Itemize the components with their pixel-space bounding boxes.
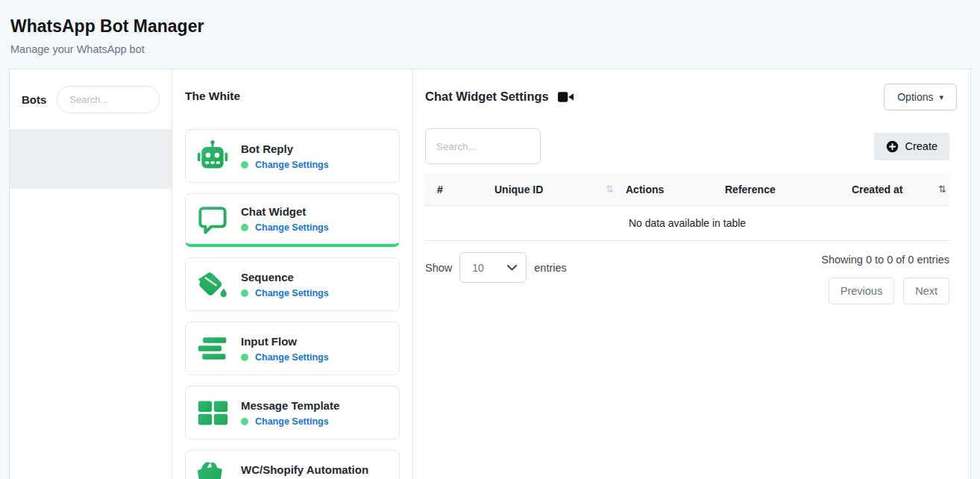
- page-size-select[interactable]: 10: [459, 252, 527, 283]
- show-label: Show: [425, 262, 452, 274]
- chevron-down-icon: [507, 265, 517, 271]
- chat-bubble-icon: [196, 203, 229, 236]
- change-settings-link[interactable]: Change Settings: [255, 160, 329, 170]
- status-dot-icon: [241, 161, 248, 169]
- change-settings-link[interactable]: Change Settings: [255, 288, 329, 298]
- column-header-actions[interactable]: Actions: [614, 184, 713, 195]
- table-search-input[interactable]: [425, 128, 541, 164]
- feature-card-input-flow[interactable]: Input Flow Change Settings: [185, 322, 400, 375]
- entries-label: entries: [534, 262, 567, 274]
- page-size-value: 10: [472, 262, 484, 274]
- robot-icon: [196, 140, 229, 172]
- create-button-label: Create: [905, 140, 937, 152]
- status-dot-icon: [241, 354, 248, 361]
- status-dot-icon: [241, 418, 248, 425]
- caret-down-icon: ▾: [939, 93, 943, 102]
- settings-heading: Chat Widget Settings: [425, 90, 549, 104]
- options-button[interactable]: Options ▾: [884, 84, 957, 110]
- video-camera-icon[interactable]: [558, 91, 574, 103]
- shopify-bag-icon: [196, 460, 229, 479]
- page-subtitle: Manage your WhatsApp bot: [10, 43, 970, 55]
- page-header: WhatsApp Bot Manager Manage your WhatsAp…: [0, 0, 980, 69]
- table-header-row: # Unique ID ⇅ Actions Reference Created …: [425, 173, 949, 206]
- grid-icon: [196, 396, 229, 429]
- create-button[interactable]: Create: [874, 133, 949, 160]
- status-dot-icon: [241, 289, 248, 297]
- page-title: WhatsApp Bot Manager: [10, 16, 970, 37]
- settings-panel: Chat Widget Settings Options ▾: [413, 69, 970, 479]
- column-header-reference[interactable]: Reference: [713, 184, 840, 195]
- feature-title: Message Template: [241, 399, 339, 412]
- chat-widget-table: # Unique ID ⇅ Actions Reference Created …: [425, 173, 949, 241]
- plus-circle-icon: [886, 140, 899, 153]
- bars-staggered-icon: [196, 332, 229, 365]
- feature-title: WC/Shopify Automation: [241, 463, 368, 476]
- fill-drip-icon: [196, 268, 229, 301]
- change-settings-link[interactable]: Change Settings: [255, 222, 329, 233]
- column-header-created-at[interactable]: Created at ⇅: [840, 184, 949, 195]
- change-settings-link[interactable]: Change Settings: [255, 416, 329, 427]
- bots-sidebar: Bots: [10, 69, 172, 479]
- feature-title: Sequence: [241, 271, 329, 284]
- options-button-label: Options: [897, 91, 933, 103]
- feature-card-sequence[interactable]: Sequence Change Settings: [185, 257, 400, 311]
- bots-header: Bots: [10, 69, 172, 129]
- selected-bot-name: The White: [185, 90, 400, 103]
- status-dot-icon: [241, 224, 248, 231]
- sort-icon[interactable]: ⇅: [606, 184, 614, 195]
- feature-title: Chat Widget: [241, 205, 329, 218]
- bots-search-input[interactable]: [57, 86, 160, 113]
- feature-card-wc-shopify-automation[interactable]: WC/Shopify Automation Change Settings: [185, 450, 400, 479]
- next-button[interactable]: Next: [903, 278, 949, 304]
- feature-card-bot-reply[interactable]: Bot Reply Change Settings: [185, 129, 400, 183]
- features-column: The White Bot Reply: [172, 69, 413, 479]
- bots-heading: Bots: [22, 93, 46, 106]
- feature-title: Input Flow: [241, 335, 329, 348]
- sort-icon[interactable]: ⇅: [938, 184, 946, 195]
- feature-card-chat-widget[interactable]: Chat Widget Change Settings: [185, 193, 400, 247]
- main-panel: Bots The White: [9, 69, 971, 479]
- entries-summary: Showing 0 to 0 of 0 entries: [821, 254, 949, 266]
- change-settings-link[interactable]: Change Settings: [255, 352, 329, 363]
- previous-button[interactable]: Previous: [829, 278, 894, 304]
- feature-title: Bot Reply: [241, 143, 329, 155]
- bot-list-item-selected[interactable]: [10, 129, 172, 189]
- column-header-number[interactable]: #: [425, 184, 483, 195]
- column-header-unique-id[interactable]: Unique ID ⇅: [483, 184, 614, 195]
- feature-card-message-template[interactable]: Message Template Change Settings: [185, 386, 400, 439]
- table-empty-message: No data available in table: [425, 206, 949, 241]
